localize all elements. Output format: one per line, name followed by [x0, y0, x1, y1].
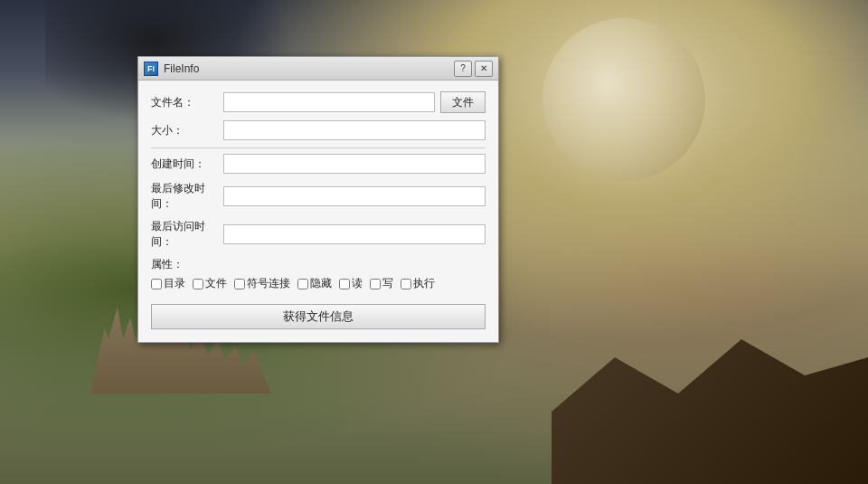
checkbox-hidden-input[interactable]	[297, 279, 308, 289]
size-label: 大小：	[151, 123, 223, 138]
dialog-titlebar: FI FileInfo ? ✕	[138, 57, 498, 81]
created-label: 创建时间：	[151, 157, 223, 172]
close-button[interactable]: ✕	[475, 61, 493, 77]
checkbox-write[interactable]: 写	[370, 276, 393, 291]
accessed-label: 最后访问时间：	[151, 219, 223, 250]
dialog-body: 文件名： 文件 大小： 创建时间： 最后修改时间： 最后访问时间： 属性：	[138, 81, 498, 342]
separator-1	[151, 147, 486, 148]
dialog-controls: ? ✕	[454, 61, 493, 77]
created-input[interactable]	[223, 154, 486, 174]
checkboxes-row: 目录 文件 符号连接 隐藏 读	[151, 276, 486, 291]
checkbox-exec[interactable]: 执行	[401, 276, 435, 291]
fileinfo-dialog: FI FileInfo ? ✕ 文件名： 文件 大小： 创建时间：	[137, 56, 499, 343]
moon-decoration	[542, 18, 705, 181]
checkbox-hidden-label: 隐藏	[310, 276, 332, 291]
get-info-button[interactable]: 获得文件信息	[151, 304, 486, 329]
checkbox-read-label: 读	[352, 276, 363, 291]
file-browse-button[interactable]: 文件	[440, 91, 486, 113]
checkbox-symlink-input[interactable]	[234, 279, 245, 289]
dialog-app-icon: FI	[144, 62, 158, 76]
attrs-label: 属性：	[151, 257, 486, 272]
title-left: FI FileInfo	[144, 62, 199, 76]
checkbox-write-label: 写	[382, 276, 393, 291]
modified-input[interactable]	[223, 186, 486, 206]
checkbox-file[interactable]: 文件	[193, 276, 227, 291]
checkbox-file-label: 文件	[205, 276, 227, 291]
checkbox-exec-label: 执行	[413, 276, 435, 291]
filename-input[interactable]	[223, 92, 435, 112]
checkbox-read[interactable]: 读	[339, 276, 363, 291]
checkbox-symlink-label: 符号连接	[247, 276, 290, 291]
checkbox-dir-label: 目录	[164, 276, 185, 291]
checkbox-read-input[interactable]	[339, 279, 350, 289]
help-button[interactable]: ?	[454, 61, 472, 77]
accessed-input[interactable]	[223, 224, 486, 244]
modified-row: 最后修改时间：	[151, 181, 486, 212]
attrs-section: 属性： 目录 文件 符号连接 隐藏	[151, 257, 486, 291]
modified-label: 最后修改时间：	[151, 181, 223, 212]
checkbox-dir-input[interactable]	[151, 279, 162, 289]
created-row: 创建时间：	[151, 154, 486, 174]
checkbox-dir[interactable]: 目录	[151, 276, 185, 291]
filename-label: 文件名：	[151, 95, 223, 110]
checkbox-symlink[interactable]: 符号连接	[234, 276, 290, 291]
checkbox-file-input[interactable]	[193, 279, 203, 289]
checkbox-hidden[interactable]: 隐藏	[297, 276, 332, 291]
checkbox-write-input[interactable]	[370, 279, 381, 289]
accessed-row: 最后访问时间：	[151, 219, 486, 250]
checkbox-exec-input[interactable]	[401, 279, 411, 289]
filename-row: 文件名： 文件	[151, 91, 486, 113]
size-input[interactable]	[223, 120, 486, 140]
dialog-title: FileInfo	[164, 62, 199, 75]
size-row: 大小：	[151, 120, 486, 140]
